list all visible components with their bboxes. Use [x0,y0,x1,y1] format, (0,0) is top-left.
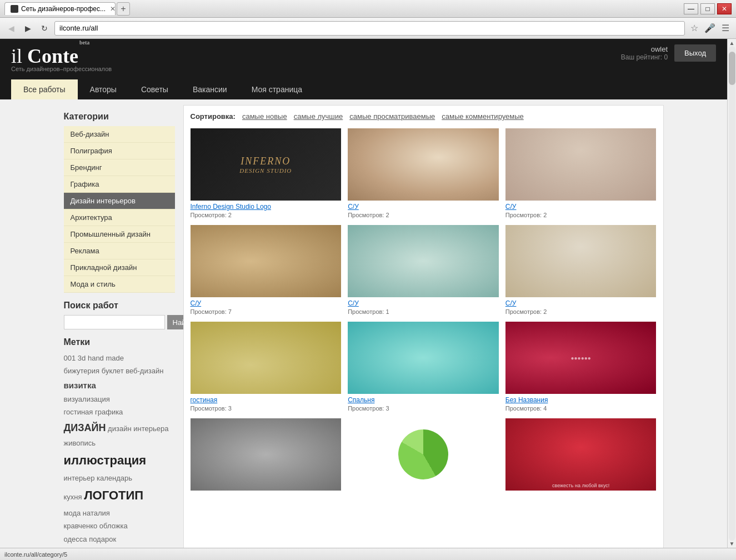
category-item-poly[interactable]: Полиграфия [64,143,175,159]
status-text: ilconte.ru/all/category/5 [4,551,67,558]
sort-viewed[interactable]: самые просматриваемые [349,112,435,121]
tag-illustration[interactable]: иллюстрация [64,453,147,467]
tag-design[interactable]: ДИЗАЙН [64,422,106,433]
reload-button[interactable]: ↻ [38,22,51,35]
nav-tab-tips[interactable]: Советы [129,79,181,99]
sort-best[interactable]: самые лучшие [294,112,343,121]
search-input[interactable] [64,315,165,329]
tag-calendar[interactable]: календарь [97,474,132,482]
category-item-advert[interactable]: Реклама [64,243,175,259]
gallery-thumb-12[interactable]: свежесть на любой вкус! [505,418,657,491]
tab-close-icon[interactable]: ✕ [110,5,116,13]
logo: il Contebeta [11,44,112,68]
nav-tab-all-works[interactable]: Все работы [11,79,78,99]
address-bar[interactable]: ilconte.ru/all [54,21,685,36]
gallery-item-7: гостиная Просмотров: 3 [191,322,342,412]
user-rating: Ваш рейтинг: 0 [621,53,668,61]
nav-tab-authors[interactable]: Авторы [78,79,129,99]
tag-bijouterie[interactable]: бижутерия [64,367,100,375]
tag-visualization[interactable]: визуализация [64,395,110,403]
gallery-title-7[interactable]: гостиная [191,396,342,404]
sort-newest[interactable]: самые новые [242,112,287,121]
tag-gostinya[interactable]: гостиная [64,408,93,416]
category-item-applied[interactable]: Прикладной дизайн [64,259,175,276]
gallery-title-2[interactable]: С/У [348,203,499,211]
gallery-thumb-11[interactable] [348,418,499,491]
tag-3d[interactable]: 3d [78,354,86,362]
category-item-industrial[interactable]: Промышленный дизайн [64,226,175,243]
category-item-brand[interactable]: Брендинг [64,159,175,176]
site-header: il Contebeta Сеть дизайнеров–профессиона… [0,39,727,99]
gallery-title-1[interactable]: Inferno Design Studio Logo [191,203,342,211]
back-button[interactable]: ◀ [4,22,18,35]
gallery-thumb-1[interactable]: INFERNO DESIGN STUDIO [191,128,342,201]
maximize-button[interactable]: □ [700,3,715,14]
nav-tab-my-page[interactable]: Моя страница [239,79,314,99]
user-name: owlet [621,45,668,53]
gallery-thumb-4[interactable] [191,225,342,297]
gallery-title-9[interactable]: Без Названия [505,396,657,404]
tag-001[interactable]: 001 [64,354,76,362]
gallery-item-10 [191,418,342,494]
new-tab-button[interactable]: + [117,2,130,16]
gallery-title-8[interactable]: Спальня [348,396,499,404]
gallery-thumb-8[interactable] [348,322,499,394]
sort-commented[interactable]: самые комментируемые [442,112,524,121]
tag-buklet[interactable]: буклет [102,367,124,375]
minimize-button[interactable]: — [684,3,698,14]
gallery-thumb-2[interactable] [348,128,499,201]
category-item-interior[interactable]: Дизайн интерьеров [64,193,175,209]
gallery-thumb-9[interactable]: ●●●●●● [505,322,657,394]
category-item-fashion[interactable]: Мода и стиль [64,276,175,293]
tag-moda[interactable]: мода [64,509,81,517]
tags-cloud: 001 3d hand made бижутерия буклет [64,352,175,548]
scrollbar-down-arrow[interactable]: ▼ [729,541,735,547]
categories-title: Категории [64,112,175,122]
gallery-title-4[interactable]: С/У [191,299,342,307]
category-list: Веб-дизайн Полиграфия Брендинг Графика Д… [64,126,175,293]
tag-kuhnya[interactable]: кухня [64,493,82,501]
tag-design-interior[interactable]: дизайн интерьера [108,424,168,433]
tag-kravchenko[interactable]: кравченко [64,522,98,530]
browser-scrollbar[interactable]: ▲ ▼ [727,39,736,548]
nav-tab-vacancies[interactable]: Вакансии [181,79,239,99]
tag-interior[interactable]: интерьер [64,474,95,482]
browser-tab[interactable]: Сеть дизайнеров-профес... ✕ [4,2,116,15]
tag-grafika[interactable]: графика [95,408,123,416]
gallery-thumb-6[interactable] [505,225,657,297]
gallery-thumb-7[interactable] [191,322,342,394]
gallery-title-6[interactable]: С/У [505,299,657,307]
gallery-thumb-10[interactable] [191,418,342,491]
tag-natalia[interactable]: наталия [83,509,110,517]
tag-logo[interactable]: ЛОГОТИП [84,488,143,502]
bookmark-icon[interactable]: ☆ [688,22,700,34]
scrollbar-thumb[interactable] [729,52,735,85]
tag-podarok[interactable]: подарок [89,535,116,543]
tag-odessa[interactable]: одесса [64,535,87,543]
search-title: Поиск работ [64,301,175,311]
tag-painting[interactable]: живопись [64,439,96,447]
tag-vizitka[interactable]: визитка [64,381,96,390]
site-wrapper: il Contebeta Сеть дизайнеров–профессиона… [0,39,727,548]
category-item-web[interactable]: Веб-дизайн [64,126,175,143]
menu-icon[interactable]: ☰ [719,22,732,34]
tag-webdesign[interactable]: веб-дизайн [126,367,163,375]
scrollbar-up-arrow[interactable]: ▲ [729,40,735,46]
tag-oblozhka[interactable]: обложка [99,522,128,530]
category-item-arch[interactable]: Архитектура [64,209,175,226]
gallery-thumb-5[interactable] [348,225,499,297]
gallery-title-3[interactable]: С/У [505,203,657,211]
logo-subtitle: Сеть дизайнеров–профессионалов [11,66,112,72]
forward-button[interactable]: ▶ [21,22,34,35]
mic-icon[interactable]: 🎤 [704,22,716,34]
gallery-item-4: С/У Просмотров: 7 [191,225,342,315]
gallery-thumb-3[interactable] [505,128,657,201]
gallery-title-5[interactable]: С/У [348,299,499,307]
logout-button[interactable]: Выход [674,44,716,62]
close-button[interactable]: ✕ [717,3,732,14]
tag-handmade[interactable]: hand made [88,354,124,362]
category-item-graphic[interactable]: Графика [64,176,175,193]
address-text: ilconte.ru/all [59,24,98,32]
content-area: Сортировка: самые новые самые лучшие сам… [183,105,664,548]
gallery-views-6: Просмотров: 2 [505,308,657,315]
